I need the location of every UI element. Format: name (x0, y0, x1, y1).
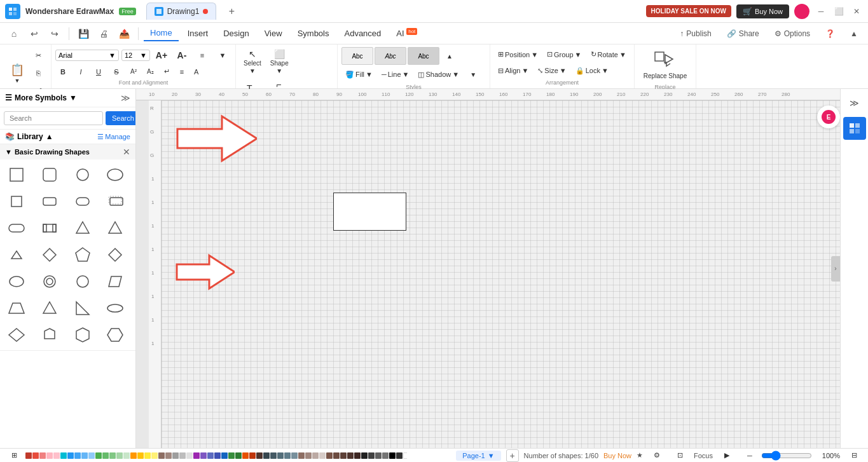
style-preview-2[interactable]: Abc (375, 47, 406, 65)
color-swatch-grey[interactable] (172, 452, 179, 459)
shape-rect-rounded2[interactable] (69, 189, 97, 214)
color-swatch-grey4[interactable] (368, 452, 375, 459)
color-swatch-black2[interactable] (361, 452, 368, 459)
color-swatch-brown3[interactable] (256, 452, 263, 459)
font-color-button[interactable]: A (190, 66, 203, 78)
shape-oval[interactable] (101, 162, 129, 187)
style-preview-3[interactable]: Abc (408, 47, 439, 65)
add-page-button[interactable]: + (506, 449, 519, 462)
styles-scroll-up[interactable]: ▲ (441, 48, 458, 64)
holiday-sale-button[interactable]: HOLIDAY SALE ON NOW (646, 5, 731, 17)
shape-film[interactable] (36, 215, 64, 241)
play-button[interactable]: ▶ (718, 447, 736, 463)
color-swatch-brown12[interactable] (354, 452, 361, 459)
color-swatch-lightblue[interactable] (74, 452, 81, 459)
canvas-right-collapse-button[interactable]: › (831, 256, 840, 282)
sidebar-collapse-button[interactable]: ≫ (121, 93, 130, 103)
color-swatch-cyan[interactable] (60, 452, 67, 459)
collapse-ribbon-button[interactable]: ▲ (845, 27, 863, 41)
shape-square[interactable] (3, 162, 31, 187)
color-swatch-yellow[interactable] (144, 452, 151, 459)
color-swatch-green4[interactable] (116, 452, 123, 459)
color-swatch-green[interactable] (95, 452, 102, 459)
subscript-button[interactable]: A₂ (143, 66, 158, 77)
size-button[interactable]: ⤡ Size ▼ (534, 65, 570, 77)
shape-parallelogram[interactable] (101, 269, 129, 294)
help-button[interactable]: ❓ (820, 27, 840, 41)
print-button[interactable]: 🖨 (95, 25, 113, 43)
copy-button[interactable]: ⎘ (29, 65, 47, 81)
replace-shape-button[interactable]: Replace Shape (638, 47, 692, 83)
canvas-content[interactable]: R G G 1 1 1 1 1 1 1 1 (149, 100, 840, 448)
align-button[interactable]: ⊟ Align ▼ (494, 65, 532, 77)
shape-square-small[interactable] (3, 189, 31, 214)
color-swatch-lightcoral[interactable] (39, 452, 46, 459)
shape-pentagon-2[interactable] (36, 322, 64, 348)
color-swatch-indigo[interactable] (207, 452, 214, 459)
color-swatch-amber[interactable] (137, 452, 144, 459)
color-swatch-blueGrey4[interactable] (284, 452, 291, 459)
new-tab-button[interactable]: + (224, 4, 239, 19)
color-swatch-orange[interactable] (130, 452, 137, 459)
italic-button[interactable]: I (73, 66, 88, 78)
shape-pentagon[interactable] (69, 242, 97, 268)
line-button[interactable]: ─ Line ▼ (378, 69, 413, 80)
shape-hexagon-2[interactable] (101, 322, 129, 348)
shape-stadium[interactable] (3, 215, 31, 241)
color-swatch-brown9[interactable] (333, 452, 340, 459)
focus-mode-button[interactable]: ⊡ (671, 447, 689, 463)
font-size-select[interactable]: 12 ▼ (121, 50, 150, 61)
save-button[interactable]: 💾 (74, 25, 92, 43)
decrease-font-button[interactable]: A- (173, 47, 191, 64)
close-button[interactable]: ✕ (850, 5, 863, 18)
zoom-slider[interactable] (761, 451, 812, 461)
select-button[interactable]: ↖ Select ▼ (240, 47, 265, 76)
color-swatch-black3[interactable] (396, 452, 403, 459)
increase-font-button[interactable]: A+ (153, 47, 170, 64)
lock-button[interactable]: 🔒 Lock ▼ (572, 65, 612, 77)
minimize-button[interactable]: ─ (815, 5, 827, 18)
canvas-background[interactable]: E (162, 100, 840, 448)
color-swatch-blue3[interactable] (88, 452, 95, 459)
text-align-dropdown-button[interactable]: ▼ (214, 47, 231, 64)
color-swatch-grey3[interactable] (186, 452, 193, 459)
color-swatch-blueGrey2[interactable] (270, 452, 277, 459)
color-swatch-brown5[interactable] (305, 452, 312, 459)
menu-insert[interactable]: Insert (181, 26, 215, 41)
font-family-select[interactable]: Arial ▼ (55, 50, 119, 61)
text-indent-button[interactable]: ↵ (160, 65, 174, 78)
color-swatch-darkGreen[interactable] (228, 452, 235, 459)
color-swatch-brown[interactable] (158, 452, 165, 459)
menu-design[interactable]: Design (217, 26, 255, 41)
paste-button[interactable]: 📋 ▼ (6, 61, 28, 86)
menu-home[interactable]: Home (144, 25, 179, 41)
shape-rounded-rect-2[interactable] (101, 296, 129, 321)
large-arrow-shape[interactable] (174, 113, 257, 166)
search-button[interactable]: Search (106, 111, 136, 125)
buy-now-button[interactable]: 🛒 Buy Now (736, 4, 789, 18)
statusbar-settings-button[interactable]: ⚙ (648, 447, 666, 463)
right-panel-collapse-button[interactable]: ≫ (843, 92, 866, 114)
color-swatch-green3[interactable] (109, 452, 116, 459)
color-swatch-red[interactable] (32, 452, 39, 459)
color-swatch-indigo2[interactable] (214, 452, 221, 459)
maximize-button[interactable]: ⬜ (832, 5, 845, 18)
menu-symbols[interactable]: Symbols (291, 26, 336, 41)
search-input[interactable] (4, 111, 103, 125)
shape-triangle-small[interactable] (3, 242, 31, 268)
page-1-tab[interactable]: Page-1 ▼ (456, 451, 500, 461)
color-swatch-grey6[interactable] (382, 452, 389, 459)
color-swatch-deepOrange2[interactable] (249, 452, 256, 459)
shape-right-triangle[interactable] (69, 296, 97, 321)
export-button[interactable]: 📤 (115, 25, 133, 43)
color-swatch-yellow2[interactable] (151, 452, 158, 459)
undo-button[interactable]: ↩ (25, 25, 43, 43)
fill-button[interactable]: 🪣 Fill ▼ (341, 69, 376, 81)
color-swatch-deepPurple[interactable] (200, 452, 207, 459)
shape-diamond[interactable] (36, 242, 64, 268)
color-swatch-brown4[interactable] (298, 452, 305, 459)
group-button[interactable]: ⊡ Group ▼ (543, 48, 585, 60)
rotate-button[interactable]: ↻ Rotate ▼ (587, 48, 630, 60)
color-swatch-brown6[interactable] (312, 452, 319, 459)
shape-rect-shadow[interactable] (101, 189, 129, 214)
